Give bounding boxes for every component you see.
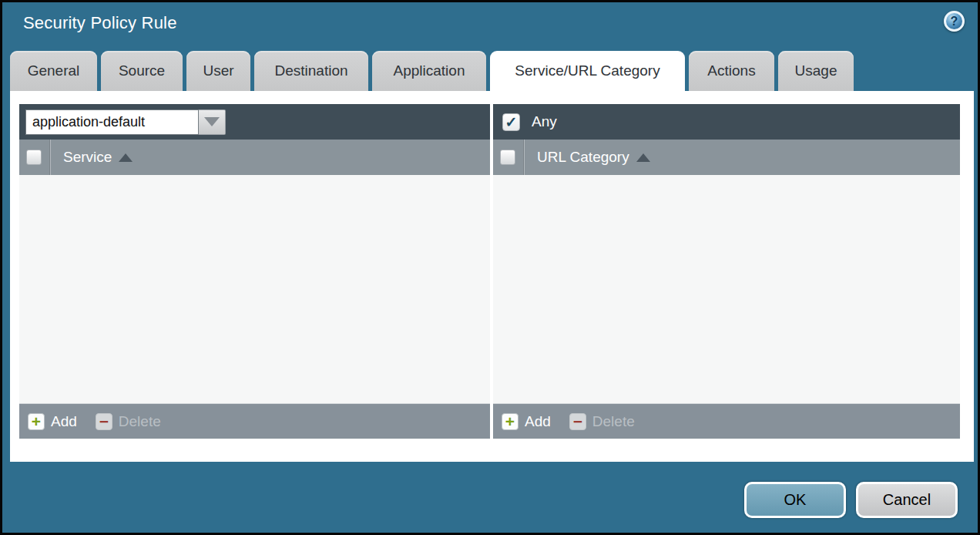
delete-minus-icon: − <box>569 413 586 430</box>
service-dropdown-value[interactable]: application-default <box>25 109 199 135</box>
service-select-all-checkbox[interactable] <box>26 150 42 165</box>
add-plus-icon: + <box>502 413 519 430</box>
any-checkbox[interactable]: ✓ <box>502 113 520 131</box>
service-delete-button[interactable]: − Delete <box>96 413 161 430</box>
url-category-panel-header: ✓ Any <box>493 104 960 140</box>
help-icon-glyph: ? <box>951 15 958 29</box>
service-table-body[interactable] <box>19 175 490 403</box>
tab-user[interactable]: User <box>186 51 250 91</box>
ok-button[interactable]: OK <box>744 482 846 518</box>
dialog-title: Security Policy Rule <box>23 13 177 33</box>
add-button-label: Add <box>51 413 77 430</box>
tab-source[interactable]: Source <box>101 51 183 91</box>
delete-minus-icon: − <box>96 413 112 430</box>
tab-actions[interactable]: Actions <box>689 51 774 91</box>
service-dropdown[interactable]: application-default <box>25 109 226 135</box>
url-category-column-header[interactable]: URL Category <box>493 140 960 175</box>
add-plus-icon: + <box>28 413 45 430</box>
service-dropdown-button[interactable] <box>199 109 226 135</box>
tab-destination[interactable]: Destination <box>254 51 368 91</box>
sort-ascending-icon <box>636 153 650 162</box>
tab-bar: General Source User Destination Applicat… <box>10 51 854 91</box>
service-panel-header: application-default <box>19 104 490 140</box>
url-category-delete-button[interactable]: − Delete <box>569 413 635 430</box>
url-category-column-label: URL Category <box>537 149 629 166</box>
security-policy-rule-dialog: Security Policy Rule ? General Source Us… <box>0 0 980 535</box>
tab-application[interactable]: Application <box>372 51 486 91</box>
any-checkbox-label: Any <box>532 113 557 130</box>
check-icon: ✓ <box>505 113 518 131</box>
service-panel-footer: + Add − Delete <box>19 403 490 439</box>
add-button-label: Add <box>525 413 551 430</box>
url-category-panel-footer: + Add − Delete <box>493 403 960 439</box>
help-icon[interactable]: ? <box>944 11 965 32</box>
column-separator <box>524 140 525 175</box>
service-column-header[interactable]: Service <box>19 140 490 175</box>
cancel-button[interactable]: Cancel <box>856 482 958 518</box>
delete-button-label: Delete <box>119 413 161 430</box>
chevron-down-icon <box>204 117 220 126</box>
service-add-button[interactable]: + Add <box>28 413 77 430</box>
delete-button-label: Delete <box>592 413 635 430</box>
url-category-table-body[interactable] <box>493 175 960 403</box>
sort-ascending-icon <box>119 153 133 162</box>
url-category-select-all-checkbox[interactable] <box>500 150 515 165</box>
url-category-add-button[interactable]: + Add <box>502 413 551 430</box>
tab-general[interactable]: General <box>10 51 97 91</box>
tab-service-url-category[interactable]: Service/URL Category <box>490 51 685 91</box>
service-panel: application-default Service + Add <box>19 104 490 439</box>
tab-content-area: application-default Service + Add <box>10 91 974 462</box>
url-category-panel: ✓ Any URL Category + Add − Delete <box>493 104 960 439</box>
tab-usage[interactable]: Usage <box>778 51 854 91</box>
column-separator <box>50 140 51 175</box>
service-column-label: Service <box>63 149 112 166</box>
